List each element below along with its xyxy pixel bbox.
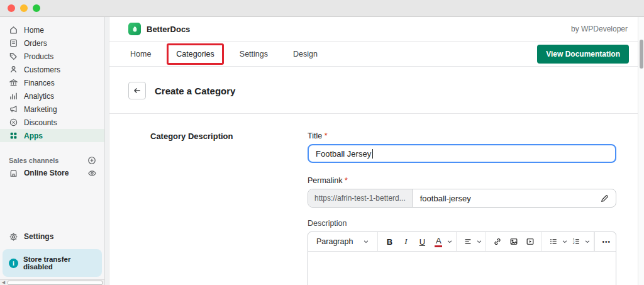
marketing-icon <box>9 104 18 114</box>
chevron-down-icon[interactable] <box>584 238 591 245</box>
permalink-field-label: Permalink * <box>308 176 616 185</box>
bullet-list-icon[interactable] <box>545 233 562 250</box>
paragraph-group: Paragraph <box>308 232 378 251</box>
title-input[interactable]: Football Jersey <box>308 144 616 163</box>
editor-toolbar: Paragraph B I U <box>308 232 616 252</box>
tab-categories[interactable]: Categories <box>167 43 223 65</box>
description-editor-textarea[interactable] <box>308 252 616 285</box>
chevron-down-icon <box>363 238 369 245</box>
text-cursor <box>372 149 373 159</box>
list-group: 12 <box>542 232 594 251</box>
preview-eye-icon[interactable] <box>87 168 97 178</box>
store-transfer-banner[interactable]: i Store transfer disabled <box>3 249 102 277</box>
chevron-down-icon[interactable] <box>476 238 482 245</box>
info-icon: i <box>9 259 18 268</box>
numbered-list-icon[interactable]: 12 <box>568 233 584 250</box>
category-form: Category Description Title * Football Je… <box>109 114 638 285</box>
text-color-swatch <box>435 245 442 247</box>
align-icon[interactable] <box>460 233 476 250</box>
italic-button[interactable]: I <box>397 233 414 250</box>
text-color-a-icon: A <box>435 237 442 247</box>
alignment-group <box>457 232 486 251</box>
sidebar-horizontal-scrollbar[interactable]: ◀ <box>0 279 104 285</box>
description-editor: Paragraph B I U <box>308 232 616 285</box>
online-store-label: Online Store <box>24 169 69 177</box>
more-options-button[interactable]: ••• <box>598 233 614 250</box>
sidebar-item-discounts[interactable]: Discounts <box>0 116 104 129</box>
title-field-label: Title * <box>308 131 616 140</box>
tab-settings[interactable]: Settings <box>230 43 277 65</box>
sidebar-item-settings[interactable]: Settings <box>0 229 104 244</box>
sales-channels-header: Sales channels <box>0 155 104 166</box>
title-label-text: Title <box>308 131 322 140</box>
vertical-scrollbar[interactable] <box>638 17 644 285</box>
sidebar-item-online-store[interactable]: Online Store <box>0 166 104 180</box>
text-color-letter: A <box>436 237 441 245</box>
sidebar-item-label: Orders <box>24 39 47 48</box>
image-icon[interactable] <box>506 233 522 250</box>
zoom-button[interactable] <box>33 4 40 12</box>
app-header: BetterDocs by WPDeveloper <box>109 17 638 42</box>
horizontal-scrollbar-thumb[interactable] <box>8 281 103 285</box>
link-icon[interactable] <box>489 233 506 250</box>
gear-icon <box>9 232 18 242</box>
more-group: ••• <box>594 232 618 251</box>
main-panel: BetterDocs by WPDeveloper Home Categorie… <box>109 17 638 285</box>
sidebar-item-customers[interactable]: Customers <box>0 63 104 76</box>
orders-icon <box>9 38 18 48</box>
finances-icon <box>9 78 18 87</box>
text-color-button[interactable]: A <box>430 233 447 250</box>
scroll-left-arrow-icon[interactable]: ◀ <box>0 280 7 285</box>
sidebar-item-home[interactable]: Home <box>0 23 104 36</box>
products-icon <box>9 52 18 61</box>
sidebar: Home Orders Products <box>0 17 104 285</box>
sidebar-nav: Home Orders Products <box>0 17 104 180</box>
paragraph-style-dropdown[interactable]: Paragraph <box>311 237 374 246</box>
vertical-scrollbar-thumb[interactable] <box>640 40 643 69</box>
window-titlebar <box>0 0 644 17</box>
sidebar-item-label: Products <box>24 52 53 61</box>
bold-button[interactable]: B <box>381 233 397 250</box>
chevron-down-icon[interactable] <box>562 238 568 245</box>
discounts-icon <box>9 118 18 127</box>
add-sales-channel-button[interactable] <box>87 155 97 165</box>
sidebar-item-label: Home <box>24 26 44 35</box>
permalink-prefix: https://afrin-test-1-betterd... <box>308 189 413 207</box>
edit-permalink-button[interactable] <box>594 189 616 207</box>
tab-design[interactable]: Design <box>284 43 327 65</box>
description-field-label: Description <box>308 219 616 228</box>
underline-button[interactable]: U <box>414 233 430 250</box>
sidebar-item-label: Customers <box>24 65 60 74</box>
page-header: Create a Category <box>109 67 638 114</box>
sidebar-item-finances[interactable]: Finances <box>0 76 104 89</box>
sidebar-item-orders[interactable]: Orders <box>0 36 104 50</box>
required-asterisk: * <box>325 131 328 140</box>
view-documentation-button[interactable]: View Documentation <box>537 45 629 64</box>
sidebar-item-apps[interactable]: Apps <box>0 129 104 142</box>
minimize-button[interactable] <box>20 4 28 12</box>
close-button[interactable] <box>8 4 15 12</box>
svg-text:1: 1 <box>573 238 575 241</box>
tab-home[interactable]: Home <box>121 43 160 65</box>
sidebar-item-label: Analytics <box>24 92 54 101</box>
app-title: BetterDocs <box>147 25 190 34</box>
sidebar-item-products[interactable]: Products <box>0 50 104 63</box>
text-style-group: B I U A <box>378 232 457 251</box>
analytics-icon <box>9 91 18 101</box>
sidebar-item-label: Apps <box>24 131 43 140</box>
back-button[interactable] <box>128 82 146 99</box>
sidebar-item-marketing[interactable]: Marketing <box>0 103 104 116</box>
settings-label: Settings <box>24 232 53 241</box>
sidebar-gutter <box>104 17 109 285</box>
sidebar-item-label: Marketing <box>24 105 57 114</box>
video-icon[interactable] <box>522 233 538 250</box>
paragraph-style-value: Paragraph <box>316 237 353 246</box>
permalink-input[interactable]: https://afrin-test-1-betterd... football… <box>308 189 616 208</box>
chevron-down-icon[interactable] <box>447 238 453 245</box>
betterdocs-logo-icon <box>128 23 141 35</box>
permalink-slug-value: football-jersey <box>413 189 479 207</box>
sidebar-item-label: Discounts <box>24 118 57 127</box>
sidebar-item-analytics[interactable]: Analytics <box>0 89 104 103</box>
title-input-value: Football Jersey <box>316 149 371 159</box>
tab-bar: Home Categories Settings Design View Doc… <box>109 42 638 67</box>
